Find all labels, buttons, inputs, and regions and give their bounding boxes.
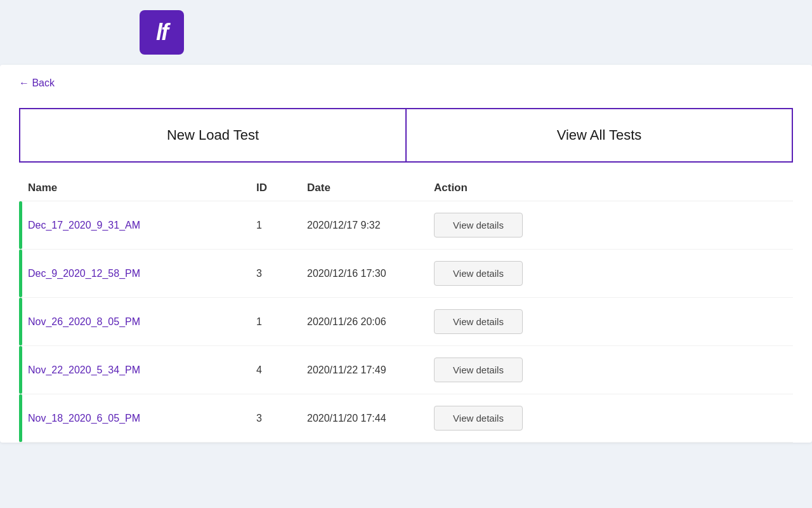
- row-date: 2020/11/20 17:44: [307, 413, 434, 424]
- table-row: Nov_18_2020_6_05_PM 3 2020/11/20 17:44 V…: [19, 394, 793, 443]
- view-all-tests-button[interactable]: View All Tests: [406, 108, 793, 163]
- row-indicator: [19, 346, 22, 394]
- row-date: 2020/11/22 17:49: [307, 364, 434, 376]
- row-indicator: [19, 201, 22, 249]
- row-indicator: [19, 250, 22, 297]
- row-action: View details: [434, 309, 535, 334]
- main-container: lf ← Back New Load Test View All Tests N…: [0, 0, 812, 508]
- row-date: 2020/12/17 9:32: [307, 220, 434, 231]
- view-details-button[interactable]: View details: [434, 261, 523, 286]
- content-area: ← Back New Load Test View All Tests Name…: [0, 65, 812, 443]
- row-date: 2020/11/26 20:06: [307, 316, 434, 328]
- row-name-link[interactable]: Nov_26_2020_8_05_PM: [28, 316, 256, 328]
- view-details-button[interactable]: View details: [434, 213, 523, 237]
- row-action: View details: [434, 213, 535, 237]
- row-indicator: [19, 394, 22, 442]
- row-id: 3: [256, 268, 307, 279]
- table-row: Nov_26_2020_8_05_PM 1 2020/11/26 20:06 V…: [19, 298, 793, 346]
- new-load-test-button[interactable]: New Load Test: [19, 108, 406, 163]
- row-name-link[interactable]: Nov_22_2020_5_34_PM: [28, 364, 256, 376]
- table-row: Nov_22_2020_5_34_PM 4 2020/11/22 17:49 V…: [19, 346, 793, 394]
- tests-table: Name ID Date Action Dec_17_2020_9_31_AM …: [0, 175, 812, 443]
- view-details-button[interactable]: View details: [434, 309, 523, 334]
- table-row: Dec_17_2020_9_31_AM 1 2020/12/17 9:32 Vi…: [19, 201, 793, 250]
- row-id: 3: [256, 413, 307, 424]
- row-date: 2020/12/16 17:30: [307, 268, 434, 279]
- logo: lf: [140, 10, 184, 55]
- row-indicator: [19, 298, 22, 345]
- back-link[interactable]: ← Back: [19, 77, 55, 88]
- row-action: View details: [434, 406, 535, 431]
- back-nav: ← Back: [0, 65, 812, 102]
- row-id: 4: [256, 364, 307, 376]
- col-action: Action: [434, 182, 535, 194]
- view-details-button[interactable]: View details: [434, 358, 523, 382]
- row-name-link[interactable]: Dec_17_2020_9_31_AM: [28, 220, 256, 231]
- row-name-link[interactable]: Nov_18_2020_6_05_PM: [28, 413, 256, 424]
- action-buttons-container: New Load Test View All Tests: [19, 108, 793, 163]
- outer-wrapper: ← Back New Load Test View All Tests Name…: [0, 65, 812, 455]
- view-details-button[interactable]: View details: [434, 406, 523, 431]
- col-id: ID: [256, 182, 307, 194]
- row-name-link[interactable]: Dec_9_2020_12_58_PM: [28, 268, 256, 279]
- table-body: Dec_17_2020_9_31_AM 1 2020/12/17 9:32 Vi…: [19, 201, 793, 443]
- row-id: 1: [256, 220, 307, 231]
- col-name: Name: [28, 182, 256, 194]
- row-id: 1: [256, 316, 307, 328]
- row-action: View details: [434, 358, 535, 382]
- table-row: Dec_9_2020_12_58_PM 3 2020/12/16 17:30 V…: [19, 250, 793, 298]
- table-header: Name ID Date Action: [19, 175, 793, 201]
- col-date: Date: [307, 182, 434, 194]
- row-action: View details: [434, 261, 535, 286]
